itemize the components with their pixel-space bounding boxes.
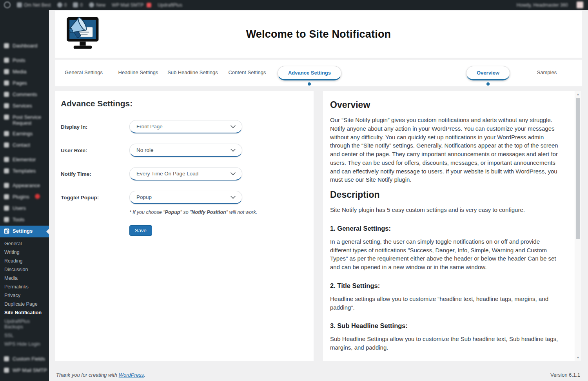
wp-mail-smtp-menu[interactable]: WP Mail SMTP <box>112 2 151 8</box>
tab-samples[interactable]: Samples <box>513 66 581 80</box>
sidebar-item-posts[interactable]: Posts <box>0 55 49 66</box>
site-name-menu[interactable]: Om Net Best <box>17 2 51 8</box>
sidebar-item-pages[interactable]: Pages <box>0 78 49 89</box>
plugins-icon <box>4 194 9 201</box>
sidebar-item-media[interactable]: Media <box>0 66 49 78</box>
comments-icon <box>73 2 78 7</box>
user-role-select[interactable]: No role <box>129 144 242 157</box>
tab-general-settings[interactable]: General Settings <box>56 66 111 80</box>
sidebar-item-post-service-request[interactable]: Post Service Request <box>0 112 49 128</box>
section-heading-general: 1. General Settings: <box>330 225 561 232</box>
plugin-header: Welcome to Site Notification <box>55 11 582 58</box>
submenu-general[interactable]: General <box>0 239 49 248</box>
sidebar-item-services[interactable]: Services <box>0 100 49 112</box>
account-menu[interactable]: Howdy, Headmaster 360 <box>517 2 583 8</box>
sidebar-item-custom-fields[interactable]: Custom Fields <box>0 354 49 365</box>
user-role-value: No role <box>136 147 154 153</box>
posts-icon <box>4 58 9 64</box>
submenu-wps-hide-login[interactable]: WPS Hide Login <box>0 340 49 348</box>
sidebar-item-comments[interactable]: Comments <box>0 89 49 100</box>
overview-scrollbar[interactable]: ▲ ▼ <box>575 91 581 361</box>
sidebar-item-appearance[interactable]: Appearance <box>0 180 49 191</box>
submenu-reading[interactable]: Reading <box>0 257 49 265</box>
media-icon <box>4 69 9 75</box>
post-service-request-icon <box>4 115 9 121</box>
submenu-media[interactable]: Media <box>0 274 49 283</box>
advance-settings-panel: Advance Settings: Display In: Front Page… <box>55 91 314 361</box>
submenu-site-notification[interactable]: Site Notification <box>0 308 49 317</box>
elementor-icon <box>4 157 9 163</box>
admin-bar: Om Net Best 0 0 New WP Mail SMTP Updraft… <box>0 0 588 10</box>
submenu-privacy[interactable]: Privacy <box>0 291 49 300</box>
submenu-permalinks[interactable]: Permalinks <box>0 283 49 291</box>
display-in-value: Front Page <box>136 124 163 129</box>
updates-count: 0 <box>64 2 67 8</box>
page-title: Welcome to Site Notification <box>55 28 582 40</box>
sidebar-item-settings[interactable]: Settings <box>0 226 49 237</box>
appearance-icon <box>4 183 9 189</box>
pages-icon <box>4 80 9 87</box>
sidebar-item-elementor[interactable]: Elementor <box>0 154 49 166</box>
templates-icon <box>4 168 9 175</box>
user-role-label: User Role: <box>61 148 129 153</box>
sidebar-item-tools[interactable]: Tools <box>0 214 49 226</box>
scroll-down-arrow-icon[interactable]: ▼ <box>575 355 581 361</box>
updates-menu[interactable]: 0 <box>57 2 67 8</box>
settings-submenu: General Writing Reading Discussion Media… <box>0 237 49 350</box>
toggle-popup-select[interactable]: Popup <box>129 191 242 204</box>
description-intro: Site Notify plugin has 5 easy custom set… <box>330 206 561 214</box>
sidebar-item-contact[interactable]: Contact <box>0 140 49 151</box>
form-row-toggle-popup: Toggle/ Popup: Popup <box>61 191 306 204</box>
sidebar-item-dashboard[interactable]: Dashboard <box>0 40 49 52</box>
new-content-menu[interactable]: New <box>89 2 105 8</box>
comments-menu[interactable]: 0 <box>73 2 83 8</box>
footer-version: Version 6.1.1 <box>550 372 580 378</box>
toggle-popup-label: Toggle/ Popup: <box>61 195 129 201</box>
tab-headline-settings[interactable]: Headline Settings <box>111 66 165 80</box>
scrollbar-thumb[interactable] <box>576 98 580 239</box>
updraftplus-menu[interactable]: UpdraftPlus <box>158 2 182 8</box>
earnings-icon <box>4 131 9 137</box>
sidebar-item-users[interactable]: Users <box>0 203 49 214</box>
submenu-writing[interactable]: Writing <box>0 248 49 257</box>
tab-sub-headline-settings[interactable]: Sub Headline Settings <box>165 66 220 80</box>
sidebar-item-wp-mail-smtp[interactable]: WP Mail SMTP <box>0 365 49 376</box>
submenu-discussion[interactable]: Discussion <box>0 265 49 274</box>
wordpress-link[interactable]: WordPress <box>119 372 144 378</box>
sidebar-item-earnings[interactable]: Earnings <box>0 128 49 140</box>
overview-intro: Our “Site Notify plugin” gives you custo… <box>330 116 561 184</box>
site-notification-logo <box>61 15 103 53</box>
services-icon <box>4 103 9 109</box>
submenu-ssl[interactable]: SSL <box>0 331 49 340</box>
submenu-duplicate-page[interactable]: Duplicate Page <box>0 300 49 308</box>
scroll-up-arrow-icon[interactable]: ▲ <box>575 91 581 97</box>
section-body-sub-headline: Sub Headline Settings allow you to custo… <box>330 335 561 352</box>
comments-icon <box>4 92 9 98</box>
submenu-updraftplus-backups[interactable]: UpdraftPlus Backups <box>0 317 49 331</box>
tabs-bar: General Settings Headline Settings Sub H… <box>55 60 582 86</box>
display-in-select[interactable]: Front Page <box>129 120 242 133</box>
sidebar-item-plugins[interactable]: Plugins <box>0 191 49 203</box>
plus-icon <box>89 2 94 7</box>
description-heading: Description <box>330 190 561 200</box>
toggle-popup-value: Popup <box>136 194 152 200</box>
tab-content-settings[interactable]: Content Settings <box>220 66 274 80</box>
notify-time-select[interactable]: Every Time On Page Load <box>129 167 242 180</box>
section-heading-title: 2. Title Settings: <box>330 282 561 290</box>
wordpress-logo-icon[interactable] <box>4 2 11 8</box>
tools-icon <box>4 217 9 223</box>
notify-time-label: Notify Time: <box>61 171 129 177</box>
save-button[interactable]: Save <box>129 225 152 236</box>
main-content: Welcome to Site Notification General Set… <box>49 10 588 381</box>
dashboard-icon <box>4 43 9 49</box>
sidebar-item-templates[interactable]: Templates <box>0 166 49 177</box>
tab-overview[interactable]: Overview <box>466 66 510 80</box>
section-body-title: Headline settings allow you to customize… <box>330 295 561 312</box>
form-row-user-role: User Role: No role <box>61 144 306 157</box>
tab-advance-settings[interactable]: Advance Settings <box>278 66 341 80</box>
chevron-down-icon <box>230 147 236 153</box>
popup-note: * If you choose "Popup" so "Notify Posit… <box>129 210 306 215</box>
form-row-notify-time: Notify Time: Every Time On Page Load <box>61 167 306 180</box>
wp-mail-smtp-label: WP Mail SMTP <box>112 2 143 8</box>
settings-icon <box>4 228 9 235</box>
